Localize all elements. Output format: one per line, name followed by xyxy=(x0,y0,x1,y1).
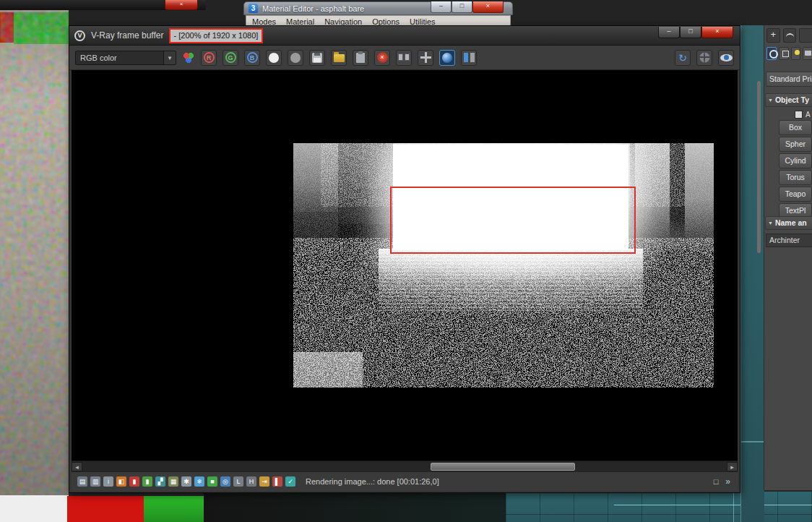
alpha-channel-button[interactable] xyxy=(266,50,282,66)
h-stamp-icon[interactable]: H xyxy=(246,476,256,487)
rollout-label: Name an xyxy=(775,218,807,227)
compare-button[interactable] xyxy=(461,50,477,66)
minimize-button[interactable]: – xyxy=(658,27,680,38)
load-image-button[interactable] xyxy=(331,50,347,66)
panel-scrollbar[interactable] xyxy=(757,81,761,253)
material-editor-window-buttons: – □ × xyxy=(431,1,504,13)
channel-dropdown-value: RGB color xyxy=(76,54,117,62)
statusbar-icons: ▤▥i◧▮▮▞▦✱❄■◎LH⇥▌✓ xyxy=(77,476,295,487)
refresh-arrow-icon: ↻ xyxy=(678,53,687,63)
green-levels-icon[interactable]: ▮ xyxy=(142,476,152,487)
green-channel-button[interactable]: G xyxy=(223,50,238,66)
texture-shading xyxy=(0,10,69,522)
green-channel-label: G xyxy=(225,52,236,63)
object-button-teapo[interactable]: Teapo xyxy=(779,187,812,202)
vfb-toolbar: RGB color ▾ R G B × ↻ xyxy=(69,46,740,70)
maximize-button[interactable]: □ xyxy=(680,27,701,38)
object-name-field[interactable]: Archinter xyxy=(766,234,812,247)
monochrome-button[interactable] xyxy=(288,50,303,66)
clipboard-button[interactable] xyxy=(353,50,368,66)
image-icon[interactable]: ▦ xyxy=(168,476,178,487)
clear-image-button[interactable]: × xyxy=(374,50,390,66)
horizontal-scrollbar[interactable]: ◂ ▸ xyxy=(72,461,738,472)
hierarchy-tab-icon[interactable] xyxy=(799,28,812,43)
globe-button[interactable] xyxy=(696,50,712,66)
create-tab-icon[interactable]: + xyxy=(766,28,780,43)
color-corrections-icon[interactable] xyxy=(182,51,195,64)
viewport-bottom-sliver[interactable] xyxy=(506,492,812,522)
minimize-button[interactable]: – xyxy=(431,1,452,13)
modify-tab-icon[interactable] xyxy=(783,28,797,43)
vfb-zoom-level: - [200% of 1920 x 1080] xyxy=(169,28,264,43)
command-panel: + Standard Prim ▼Object Ty A BoxSpherCyl… xyxy=(764,25,812,490)
frame-stamp-icon[interactable]: ▤ xyxy=(77,476,87,487)
name-and-color-rollout[interactable]: ▼Name an xyxy=(765,216,812,230)
il-bars-icon[interactable]: ▌ xyxy=(272,476,282,487)
rollout-arrow-icon: ▼ xyxy=(768,221,773,226)
blue-channel-button[interactable]: B xyxy=(244,50,260,66)
object-button-torus[interactable]: Torus xyxy=(779,170,812,185)
blue-channel-label: B xyxy=(247,52,258,63)
maximize-button[interactable]: □ xyxy=(452,1,472,13)
chevron-down-icon: ▾ xyxy=(163,51,176,64)
texture-white-patch xyxy=(0,495,69,522)
vfb-titlebar[interactable]: V V-Ray frame buffer - [200% of 1920 x 1… xyxy=(69,26,740,46)
track-mouse-button[interactable] xyxy=(439,50,455,66)
scrollbar-thumb[interactable] xyxy=(431,463,575,471)
close-button[interactable]: × xyxy=(701,27,733,38)
cameras-category-icon[interactable] xyxy=(803,47,812,60)
duplicate-buffer-icon xyxy=(398,54,410,61)
shapes-category-icon[interactable] xyxy=(779,47,789,60)
vfb-title: V-Ray frame buffer xyxy=(91,30,164,40)
close-button[interactable]: × xyxy=(472,1,504,13)
viewport-grid-line xyxy=(741,441,764,442)
expand-chevrons-icon[interactable]: » xyxy=(725,476,730,487)
scroll-right-icon[interactable]: ▸ xyxy=(727,462,738,471)
lights-category-icon[interactable] xyxy=(791,47,801,60)
object-type-rollout[interactable]: ▼Object Ty xyxy=(765,93,812,107)
pixel-inspect-button[interactable] xyxy=(718,50,734,66)
clamp-icon[interactable]: ⇥ xyxy=(259,476,269,487)
primitive-category-dropdown[interactable]: Standard Prim xyxy=(766,72,812,87)
object-button-cylind[interactable]: Cylind xyxy=(779,153,812,168)
object-button-spher[interactable]: Spher xyxy=(779,137,812,152)
lut-icon[interactable]: L xyxy=(233,476,243,487)
render-noise xyxy=(293,143,714,388)
duplicate-buffer-button[interactable] xyxy=(396,50,412,66)
bottom-green-swatch xyxy=(144,496,204,522)
viewport-grid-line xyxy=(614,505,812,505)
save-image-icon xyxy=(312,53,322,63)
vray-sphere-icon[interactable]: ◎ xyxy=(220,476,230,487)
channel-dropdown[interactable]: RGB color ▾ xyxy=(75,51,176,65)
compare-horizontal-icon xyxy=(464,53,475,62)
chart-icon[interactable]: ▞ xyxy=(155,476,165,487)
detach-icon[interactable]: □ xyxy=(714,477,719,486)
render-region-rectangle xyxy=(390,187,636,254)
object-button-box[interactable]: Box xyxy=(779,120,812,135)
red-channel-label: R xyxy=(204,52,215,63)
close-button[interactable]: × xyxy=(165,0,198,10)
gear-icon[interactable]: ✱ xyxy=(181,476,191,487)
3dsmax-logo-icon: 3 xyxy=(249,4,258,13)
refresh-button[interactable]: ↻ xyxy=(675,50,691,66)
background-texture-preview xyxy=(0,10,69,522)
pan-button[interactable] xyxy=(418,50,433,66)
rendered-image[interactable] xyxy=(293,143,714,388)
red-channel-button[interactable]: R xyxy=(201,50,217,66)
save-image-button[interactable] xyxy=(309,50,325,66)
snowflake-icon[interactable]: ❄ xyxy=(194,476,204,487)
info-icon[interactable]: i xyxy=(103,476,113,487)
half-res-icon[interactable]: ◧ xyxy=(116,476,126,487)
rollout-label: Object Ty xyxy=(775,95,809,104)
scroll-left-icon[interactable]: ◂ xyxy=(72,462,82,471)
vfb-canvas-area[interactable] xyxy=(72,70,738,461)
monitors-icon[interactable]: ▥ xyxy=(90,476,100,487)
check-icon[interactable]: ✓ xyxy=(285,476,295,487)
green-swatch-icon[interactable]: ■ xyxy=(207,476,217,487)
autogrid-checkbox[interactable] xyxy=(795,111,803,119)
red-levels-icon[interactable]: ▮ xyxy=(129,476,139,487)
viewport-right-sliver[interactable] xyxy=(740,25,764,522)
vray-logo-icon: V xyxy=(74,30,85,41)
geometry-category-icon[interactable] xyxy=(766,47,777,60)
track-mouse-icon xyxy=(442,53,452,63)
